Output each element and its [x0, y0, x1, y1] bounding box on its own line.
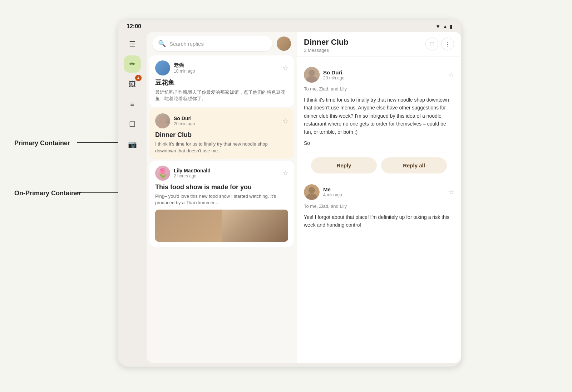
message-meta-soduri: So Duri 20 min ago: [323, 69, 344, 80]
email-card-soduri[interactable]: So Duri 20 min ago ☆ Dinner Club I think…: [149, 108, 294, 159]
star-icon-soduri[interactable]: ☆: [282, 117, 288, 125]
notification-badge: 4: [135, 75, 142, 81]
detail-more-button[interactable]: ⋮: [441, 38, 454, 50]
sidebar-video-icon[interactable]: 📷: [124, 136, 141, 153]
email-preview-laomao: 最近忙吗？昨晚我去了你最爱的那家饭馆，点了他们的特色豆花鱼，吃着吃着就想你了。: [155, 89, 288, 102]
image-icon: 🖼: [129, 80, 136, 88]
user-avatar[interactable]: [277, 36, 291, 51]
message-block-soduri: So Duri 20 min ago ☆ To me, Ziad, and Li…: [304, 61, 454, 152]
avatar-img-laomao: [155, 60, 170, 75]
message-sender-info-me: Me 4 min ago: [304, 184, 342, 200]
message-to-me: To me, Ziad, and Lily: [304, 204, 454, 209]
sender-meta-soduri: So Duri 20 min ago: [174, 116, 195, 126]
avatar-img-soduri: [155, 113, 170, 128]
email-messages: So Duri 20 min ago ☆ To me, Ziad, and Li…: [297, 57, 461, 363]
email-card-header-lily: 🌷 Lily MacDonald 2 hours ago ☆: [155, 166, 288, 181]
email-preview-lily: Ping– you'd love this new food show I st…: [155, 193, 288, 206]
email-card-header: 老强 10 min ago ☆: [155, 60, 288, 75]
detail-title: Dinner Club: [304, 38, 349, 47]
status-time: 12:00: [127, 23, 141, 30]
message-avatar-soduri: [304, 67, 320, 83]
pencil-icon: ✏: [129, 60, 135, 68]
message-sender-info-soduri: So Duri 20 min ago: [304, 67, 344, 83]
sidebar-compose-icon[interactable]: ✏: [124, 55, 141, 73]
signal-icon: ▲: [443, 24, 448, 29]
svg-point-0: [159, 116, 166, 122]
sender-meta-lily: Lily MacDonald 2 hours ago: [174, 168, 211, 178]
page-wrapper: Primary Container On-Primary Container 1…: [0, 0, 572, 392]
star-icon-msg-soduri[interactable]: ☆: [448, 71, 454, 79]
sender-name: 老强: [174, 62, 195, 69]
sidebar-chat-icon[interactable]: ☐: [124, 116, 141, 133]
email-subject-soduri: Dinner Club: [155, 131, 288, 139]
search-input-wrapper[interactable]: 🔍 Search replies: [152, 36, 272, 51]
sender-time-lily: 2 hours ago: [174, 173, 211, 178]
search-icon: 🔍: [158, 40, 166, 48]
email-subject-laomao: 豆花鱼: [155, 78, 288, 87]
sidebar: ☰ ✏ 🖼 4 ≡ ☐ 📷: [118, 32, 147, 363]
star-icon-lily[interactable]: ☆: [282, 169, 288, 177]
message-to-soduri: To me, Ziad, and Lily: [304, 86, 454, 92]
message-block-me: Me 4 min ago ☆ To me, Ziad, and Lily Yes…: [304, 178, 454, 235]
detail-square-button[interactable]: ☐: [425, 38, 438, 50]
message-time-soduri: 20 min ago: [323, 75, 344, 80]
main-content: ☰ ✏ 🖼 4 ≡ ☐ 📷: [118, 32, 461, 363]
email-preview-soduri: I think it's time for us to finally try …: [155, 141, 288, 154]
sender-info-soduri: So Duri 20 min ago: [155, 113, 195, 128]
reply-all-button[interactable]: Reply all: [381, 157, 447, 173]
sender-info: 老强 10 min ago: [155, 60, 195, 75]
email-detail-panel: Dinner Club 3 Messages ☐ ⋮: [297, 32, 461, 363]
email-card-header-soduri: So Duri 20 min ago ☆: [155, 113, 288, 128]
message-body-soduri: I think it's time for us to finally try …: [304, 96, 454, 136]
video-icon: 📷: [128, 140, 137, 148]
reply-buttons: Reply Reply all: [304, 152, 454, 178]
email-list: 老强 10 min ago ☆ 豆花鱼 最近忙吗？昨晚我去了你最爱的那家饭馆，点…: [147, 55, 297, 363]
email-avatar-lily: 🌷: [155, 166, 170, 181]
message-time-me: 4 min ago: [323, 192, 342, 197]
star-icon-laomao[interactable]: ☆: [282, 64, 288, 72]
wifi-icon: ▼: [435, 24, 440, 29]
message-avatar-me: [304, 184, 320, 200]
status-icons: ▼ ▲ ▮: [435, 24, 453, 29]
hamburger-icon: ☰: [129, 40, 135, 48]
svg-point-6: [309, 187, 315, 193]
email-image-lily: [155, 210, 288, 242]
message-name-soduri: So Duri: [323, 69, 344, 75]
email-card-lily[interactable]: 🌷 Lily MacDonald 2 hours ago ☆ This food…: [149, 161, 294, 247]
message-name-me: Me: [323, 186, 342, 192]
detail-count: 3 Messages: [304, 48, 349, 53]
sender-time-soduri: 20 min ago: [174, 121, 195, 126]
sidebar-list-icon[interactable]: ≡: [124, 95, 141, 113]
reply-button[interactable]: Reply: [311, 157, 377, 173]
label-primary-container: Primary Container: [14, 139, 70, 147]
detail-actions: ☐ ⋮: [425, 38, 454, 50]
star-icon-msg-me[interactable]: ☆: [448, 188, 454, 196]
email-card-laomao[interactable]: 老强 10 min ago ☆ 豆花鱼 最近忙吗？昨晚我去了你最爱的那家饭馆，点…: [149, 55, 294, 107]
message-meta-me: Me 4 min ago: [323, 186, 342, 197]
search-bar: 🔍 Search replies: [147, 32, 297, 55]
sidebar-menu-icon[interactable]: ☰: [124, 35, 141, 53]
truncate-gradient: [311, 224, 447, 234]
sender-meta: 老强 10 min ago: [174, 62, 195, 74]
sender-time: 10 min ago: [174, 69, 195, 74]
email-avatar-soduri: [155, 113, 170, 128]
label-onprimary-container: On-Primary Container: [14, 190, 81, 197]
email-image-left: [155, 210, 222, 242]
message-header-me: Me 4 min ago ☆: [304, 184, 454, 200]
detail-header: Dinner Club 3 Messages ☐ ⋮: [297, 32, 461, 57]
message-header-soduri: So Duri 20 min ago ☆: [304, 67, 454, 83]
user-avatar-img: [277, 36, 291, 51]
status-bar: 12:00 ▼ ▲ ▮: [118, 20, 461, 32]
list-icon: ≡: [130, 100, 134, 108]
svg-point-3: [309, 70, 315, 76]
battery-icon: ▮: [450, 24, 453, 29]
sender-name-soduri: So Duri: [174, 116, 195, 121]
sidebar-notifications-icon[interactable]: 🖼 4: [124, 75, 141, 93]
email-subject-lily: This food show is made for you: [155, 183, 288, 191]
message-signature-soduri: So: [304, 140, 454, 146]
avatar-img-lily: 🌷: [155, 166, 170, 181]
email-avatar-laomao: [155, 60, 170, 75]
email-list-panel: 🔍 Search replies: [147, 32, 297, 363]
detail-title-area: Dinner Club 3 Messages: [304, 38, 349, 53]
svg-point-1: [158, 122, 168, 128]
